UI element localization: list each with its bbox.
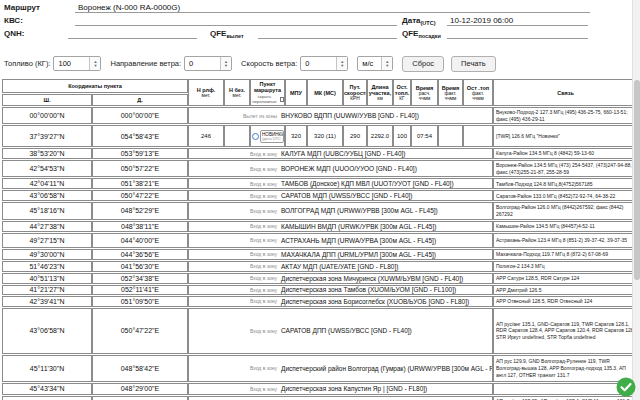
- reset-button[interactable]: Сброс: [402, 56, 444, 72]
- lon-cell: 051°09'50"E: [92, 296, 188, 307]
- waypoint-marker-icon[interactable]: [252, 133, 259, 140]
- qfe-departure-field[interactable]: [258, 28, 397, 39]
- qfe-arrival-label: QFEпосадки: [402, 29, 441, 39]
- zone-event-label: Вход в зону: [189, 223, 277, 229]
- lat-cell: 45°11'30"N: [2, 355, 92, 382]
- col-header-speed: Пут.скоростьКРН: [343, 79, 367, 106]
- lat-cell: 42°39'41"N: [2, 296, 92, 307]
- table-row: 45°18'16"N 048°52'29"E Вход в зонуВОЛГОГ…: [2, 202, 638, 219]
- lat-cell: 42°54'53"N: [2, 160, 92, 177]
- route-point-name: КАЛУГА МДП (UUBC/УУБЦ [GND - FL40]): [281, 150, 406, 157]
- comm-cell: APP Дмитрий 126.5: [493, 285, 638, 296]
- wind-speed-input[interactable]: 0 ▲▼: [300, 56, 348, 71]
- wind-unit-select[interactable]: м/с ▲▼: [357, 56, 393, 71]
- table-row: 43°06'58"N 050°47'22"E Вход в зонуСАРАТО…: [2, 190, 638, 201]
- flight-route-planner-window: Маршрут Воронеж (N-000 RA-0000G) КВС: Да…: [0, 0, 640, 400]
- hide-breakpoints-checkbox[interactable]: [280, 97, 284, 102]
- zone-event-label: Вход в зону: [189, 365, 277, 371]
- table-row: 42°54'53"N 050°57'22"E Вход в зонуВОРОНЕ…: [2, 160, 638, 177]
- lat-cell: 49°30'00"N: [2, 249, 92, 260]
- fuel-label: Топливо (КГ):: [4, 59, 50, 68]
- route-point-cell: Вход в зонуСАРАТОВ МДП (UWSS/УВСС [GND -…: [188, 190, 493, 201]
- col-header-h-safe: Н без.мет.: [224, 79, 250, 106]
- lat-cell: 42°04'11"N: [2, 178, 92, 189]
- date-field[interactable]: 10-12-2019 06:00: [447, 15, 588, 26]
- table-row: 45°43'34"N 048°29'00"E Вход в зонуДиспет…: [2, 383, 638, 395]
- length-cell: 2292.0: [367, 125, 393, 147]
- lon-cell: 051°38'21"E: [92, 178, 188, 189]
- vertical-scrollbar[interactable]: [632, 0, 640, 400]
- route-point-name: ВНУКОВО ВДПП (UUWW/УУВВ [GND - FL40]): [281, 112, 419, 119]
- route-point-name: САРАТОВ ДПП (UWSS/УВСС [GND - FL40]): [281, 327, 412, 334]
- lat-cell: 43°06'58"N: [2, 190, 92, 201]
- wind-direction-label: Направление ветра:: [110, 59, 181, 68]
- table-row: 45°11'30"N 048°58'42"E Вход в зонуДиспет…: [2, 355, 638, 382]
- comm-cell: APP Сатурн 128.5, RDR Сатурн 124: [493, 273, 638, 284]
- fuel-input[interactable]: 100 ▲▼: [53, 56, 101, 71]
- wind-direction-input[interactable]: 0 ▲▼: [184, 56, 232, 71]
- status-check-badge-icon[interactable]: [616, 377, 636, 397]
- lat-cell: 00°00'00"N: [2, 107, 92, 124]
- h-safe-cell: [224, 125, 250, 147]
- route-field[interactable]: Воронеж (N-000 RA-0000G): [75, 2, 590, 13]
- waypoint-box: НОВИНКИ [UUDN] (день UTC: 02:56 - 13:02): [260, 130, 284, 143]
- table-row: 42°39'41"N 051°09'50"E Вход в зонуДиспет…: [2, 296, 638, 307]
- qnh-label: QNH:: [4, 29, 24, 38]
- route-point-cell: Вход в зонуДиспетчерский район Волгоград…: [188, 355, 493, 382]
- route-point-name: ВОЛГОГРАД МДП (URWW/УРВВ [300м AGL - FL4…: [281, 207, 438, 214]
- date-label: Дата(UTC): [402, 16, 435, 26]
- time-fact-cell: [438, 125, 463, 147]
- comm-cell: Саратов-Район 133.0 МГц (8452)72-92-74, …: [493, 190, 638, 201]
- route-point-daylight: (день UTC: 02:56 - 13:02): [262, 137, 282, 141]
- route-point-cell: Вход в зонуМАХАЧКАЛА ДПП (URML/УРМЛ [300…: [188, 249, 493, 260]
- zone-event-label: Вход в зону: [189, 166, 277, 172]
- col-header-time-fact: Времяфакт.ччмм: [438, 79, 463, 106]
- comm-cell: [TWR] 126.6 МГц "Новинки": [493, 125, 638, 147]
- route-point-cell: Вход в зонуВОЛГОГРАД МДП (URWW/УРВВ [300…: [188, 202, 493, 219]
- route-point-cell: Вход в зонуДиспетчерская зона Тамбов (XU…: [188, 285, 493, 296]
- route-point-cell: Вход в зонуКАМЫШИН ВМДП (URWK/УРВК [300м…: [188, 221, 493, 232]
- lon-cell: 048°58'42"E: [92, 355, 188, 382]
- zone-event-label: Вход в зону: [189, 193, 277, 199]
- col-header-length: Длинаучастка,км: [367, 79, 393, 106]
- route-point-cell: Вход в зонуСАРАТОВ ДПП (UWSS/УВСС [GND -…: [188, 308, 493, 354]
- comm-cell: APP Отвесный 128.5, RDR Отвесный 124: [493, 296, 638, 307]
- lat-cell: 45°43'34"N: [2, 396, 92, 400]
- route-point-cell: Вылет из зоныВНУКОВО ВДПП (UUWW/УУВВ [GN…: [188, 107, 493, 124]
- table-row: 37°39'27"N 054°58'43"E 246 НОВИНКИ [UUDN…: [2, 125, 638, 147]
- route-point-cell: Вход в зонуТАМБОВ (Донское) КДП МВЛ (UUO…: [188, 178, 493, 189]
- kvs-field[interactable]: [75, 15, 397, 26]
- route-point-name: САРАТОВ МДП (UWSS/УВСС [GND - FL40]): [281, 192, 413, 199]
- qnh-field[interactable]: [68, 28, 197, 39]
- comm-cell: Полигон-2 134.3 МГц: [493, 261, 638, 272]
- lon-cell: 000°00'00"E: [92, 107, 188, 124]
- wind-speed-spinner[interactable]: ▲▼: [336, 57, 347, 70]
- lon-cell: 048°29'00"E: [92, 383, 188, 395]
- route-point-cell: Вход в зонуКАЛУГА МДП (UUBC/УУБЦ [GND - …: [188, 148, 493, 159]
- table-row: 38°53'20"N 053°59'13"E Вход в зонуКАЛУГА…: [2, 148, 638, 159]
- scrollbar-thumb[interactable]: [634, 80, 640, 280]
- route-point-cell: Вход в зонуДиспетчерский район Капустин …: [188, 396, 493, 400]
- col-header-lon: Д.: [92, 94, 188, 106]
- route-point-name: АКТАУ МДП (UATE/УАТЕ [GND - FL80]): [281, 263, 398, 270]
- print-button[interactable]: Печать: [451, 56, 496, 72]
- qfe-departure-label: QFEвылет: [210, 29, 244, 39]
- zone-event-label: Вход в зону: [189, 208, 277, 214]
- fuel-spinner[interactable]: ▲▼: [89, 57, 100, 70]
- col-header-fuel-fact: Ост .топфакт.ччмм: [463, 79, 493, 106]
- col-header-fuel-rem: Ост.топл.КГ: [393, 79, 411, 106]
- route-point-cell: Вход в зонуДиспетчерская зона Капустин Я…: [188, 383, 493, 395]
- zone-event-label: Вход в зону: [189, 386, 277, 392]
- lon-cell: 044°40'00"E: [92, 233, 188, 248]
- lat-cell: 44°27'38"N: [2, 221, 92, 232]
- route-point-cell: Вход в зонуДиспетчерская зона Борисоглеб…: [188, 296, 493, 307]
- chevron-updown-icon: ▲▼: [381, 57, 392, 70]
- route-point-name: МАХАЧКАЛА ДПП (URML/УРМЛ [300м AGL - FL4…: [281, 251, 436, 258]
- lat-cell: 40°51'13"N: [2, 273, 92, 284]
- qfe-arrival-field[interactable]: [447, 28, 588, 39]
- fuel-fact-cell: [463, 125, 493, 147]
- wind-direction-spinner[interactable]: ▲▼: [220, 57, 231, 70]
- coords-group-header: Координаты пункта: [2, 79, 188, 93]
- route-point-cell: НОВИНКИ [UUDN] (день UTC: 02:56 - 13:02): [250, 125, 285, 147]
- lat-cell: 37°39'27"N: [2, 125, 92, 147]
